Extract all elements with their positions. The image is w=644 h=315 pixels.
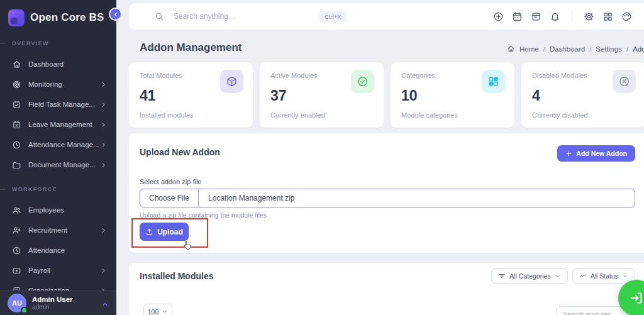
check-circle-icon xyxy=(351,70,374,93)
chevron-right-icon xyxy=(100,267,107,274)
user-name: Admin User xyxy=(32,296,96,304)
sidebar: Open Core BS OVERVIEW Dashboard Monitori… xyxy=(0,0,116,315)
sidebar-item-document-management[interactable]: Document Manage... xyxy=(0,155,116,175)
chevron-right-icon xyxy=(100,141,107,148)
sidebar-nav-overview: Dashboard Monitoring Field Task Manage..… xyxy=(0,54,116,175)
plus-circle-icon[interactable] xyxy=(493,11,504,22)
sidebar-item-label: Recruitment xyxy=(28,226,100,234)
online-status-dot xyxy=(21,307,28,314)
sidebar-item-leave-management[interactable]: Leave Management xyxy=(0,114,116,135)
breadcrumb-current: Addons xyxy=(633,45,644,53)
chevron-down-icon xyxy=(555,273,561,279)
sidebar-item-label: Payroll xyxy=(28,267,100,274)
breadcrumb: Home / Dashboard / Settings / Addons xyxy=(507,45,644,53)
avatar-initials: AU xyxy=(12,299,22,307)
folder-icon xyxy=(12,160,21,170)
target-icon xyxy=(12,80,21,89)
sidebar-item-employees[interactable]: Employees xyxy=(0,200,116,220)
sidebar-item-label: Attendance xyxy=(28,246,107,254)
chevron-right-icon xyxy=(100,162,107,169)
sidebar-nav-workforce: Employees Recruitment Attendance Payroll… xyxy=(0,200,116,301)
global-search-input[interactable] xyxy=(174,12,319,21)
user-role: admin xyxy=(32,304,96,311)
stat-card-active-modules: Active Modules 37 Currently enabled xyxy=(260,62,384,128)
filter-icon xyxy=(498,272,506,280)
notepad-icon[interactable] xyxy=(531,11,541,22)
sidebar-item-recruitment[interactable]: Recruitment xyxy=(0,220,116,240)
sign-in-icon xyxy=(629,290,644,306)
divider xyxy=(572,11,572,22)
sidebar-item-label: Employees xyxy=(28,206,107,214)
banknote-icon xyxy=(12,266,21,275)
stat-card-total-modules: Total Modules 41 Installed modules xyxy=(129,62,253,128)
home-icon[interactable] xyxy=(507,45,515,53)
stat-cards: Total Modules 41 Installed modules Activ… xyxy=(129,62,644,128)
topbar: Ctrl+K xyxy=(129,3,644,30)
chevron-right-icon xyxy=(100,81,107,88)
breadcrumb-item[interactable]: Settings xyxy=(596,45,622,53)
calendar-x-icon xyxy=(12,120,21,130)
theme-palette-icon[interactable] xyxy=(621,11,632,22)
chevron-right-icon xyxy=(100,101,107,108)
stat-card-categories: Categories 10 Module categories xyxy=(391,62,514,128)
settings-gear-icon[interactable] xyxy=(584,11,594,22)
chevron-right-icon xyxy=(100,121,107,128)
sidebar-item-label: Leave Management xyxy=(28,121,100,128)
status-filter-dropdown[interactable]: All Status xyxy=(572,268,635,284)
add-new-addon-button[interactable]: Add New Addon xyxy=(557,145,635,162)
home-icon xyxy=(12,60,21,69)
page-title: Addon Management xyxy=(140,41,242,54)
sidebar-item-attendance[interactable]: Attendance xyxy=(0,240,116,260)
sidebar-item-dashboard[interactable]: Dashboard xyxy=(0,54,116,74)
sidebar-item-payroll[interactable]: Payroll xyxy=(0,260,116,280)
installed-modules-title: Installed Modules xyxy=(140,271,213,281)
activity-icon xyxy=(579,272,587,280)
calendar-icon[interactable] xyxy=(512,11,523,22)
stat-sub: Currently disabled xyxy=(532,111,635,119)
app-title: Open Core BS xyxy=(30,11,104,24)
upload-card-title: Upload New Addon xyxy=(140,147,220,157)
apps-grid-icon[interactable] xyxy=(602,11,613,22)
breadcrumb-item[interactable]: Home xyxy=(519,45,539,53)
package-icon xyxy=(220,70,243,93)
sidebar-item-label: Monitoring xyxy=(28,80,100,88)
sidebar-item-label: Document Manage... xyxy=(28,161,100,169)
upload-icon xyxy=(145,228,153,236)
bell-icon[interactable] xyxy=(550,11,560,22)
shortcut-badge: Ctrl+K xyxy=(319,11,347,23)
sidebar-item-label: Dashboard xyxy=(28,60,107,68)
sidebar-item-field-task[interactable]: Field Task Manage... xyxy=(0,94,116,114)
topbar-icons xyxy=(493,11,632,22)
sidebar-item-attendance-management[interactable]: Attendance Manage... xyxy=(0,135,116,155)
stat-sub: Installed modules xyxy=(140,111,242,119)
sidebar-section-overview: OVERVIEW xyxy=(0,40,116,47)
page-size-select[interactable]: 100 xyxy=(143,304,172,315)
grid-icon xyxy=(482,70,505,93)
installed-modules-card: Installed Modules All Categories All Sta… xyxy=(129,263,644,315)
app-root: Open Core BS OVERVIEW Dashboard Monitori… xyxy=(0,0,644,315)
file-field-label: Select addon zip file xyxy=(140,178,201,185)
logo: Open Core BS xyxy=(0,0,116,29)
stat-card-disabled-modules: Disabled Modules 4 Currently disabled xyxy=(521,62,644,128)
chevron-down-icon xyxy=(622,273,628,279)
choose-file-button[interactable]: Choose File xyxy=(140,189,199,207)
chevron-down-icon xyxy=(162,309,168,315)
task-check-icon xyxy=(12,100,21,109)
clock-icon xyxy=(12,246,21,255)
stat-sub: Currently enabled xyxy=(270,111,373,119)
avatar: AU xyxy=(8,294,26,312)
chevron-up-icon[interactable] xyxy=(101,299,109,307)
category-filter-dropdown[interactable]: All Categories xyxy=(491,268,567,284)
chevron-right-icon xyxy=(100,227,107,234)
addon-file-input[interactable]: Choose File Location Management.zip xyxy=(140,189,635,207)
upload-button[interactable]: Upload xyxy=(140,223,189,241)
clock-icon xyxy=(12,140,21,150)
sidebar-collapse-button[interactable] xyxy=(109,8,122,21)
sidebar-item-monitoring[interactable]: Monitoring xyxy=(0,74,116,94)
app-logo-icon xyxy=(8,9,25,26)
search-icon xyxy=(154,11,164,21)
user-footer[interactable]: AU Admin User admin xyxy=(0,290,116,315)
section-dash xyxy=(0,189,5,190)
plus-icon xyxy=(565,150,572,157)
breadcrumb-item[interactable]: Dashboard xyxy=(550,45,585,53)
